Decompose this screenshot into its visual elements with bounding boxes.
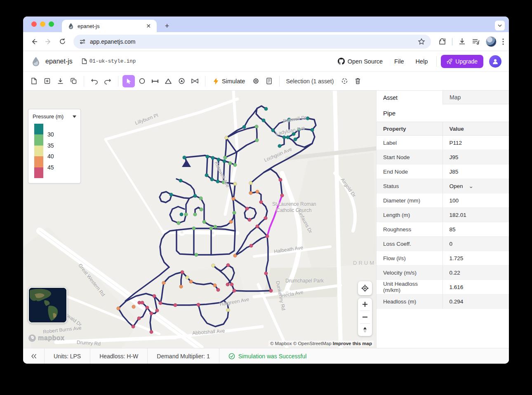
- report-button[interactable]: [263, 75, 275, 87]
- attribution-improve-link[interactable]: Improve this map: [333, 341, 372, 346]
- junction-node[interactable]: [256, 225, 259, 228]
- pipe[interactable]: [264, 120, 273, 130]
- junction-node[interactable]: [180, 213, 184, 216]
- property-value[interactable]: J95: [443, 150, 509, 165]
- junction-node[interactable]: [278, 144, 282, 148]
- pipe[interactable]: [150, 313, 151, 332]
- junction-node[interactable]: [146, 306, 149, 310]
- kebab-menu-icon[interactable]: [502, 38, 504, 45]
- junction-tool-button[interactable]: [136, 75, 148, 87]
- legend-dropdown-caret-icon[interactable]: [73, 115, 76, 118]
- junction-node[interactable]: [264, 216, 268, 220]
- attribution-mapbox[interactable]: © Mapbox: [270, 341, 292, 346]
- tab-search-button[interactable]: [495, 21, 505, 31]
- attribution-osm[interactable]: © OpenStreetMap: [293, 341, 332, 346]
- junction-node[interactable]: [216, 180, 220, 183]
- junction-node[interactable]: [223, 160, 226, 163]
- browser-profile-avatar[interactable]: [486, 36, 497, 47]
- property-value[interactable]: J85: [443, 165, 509, 179]
- junction-node[interactable]: [271, 129, 275, 132]
- pipe[interactable]: [170, 207, 186, 223]
- pipe[interactable]: [207, 157, 207, 175]
- junction-node[interactable]: [294, 138, 297, 141]
- window-controls[interactable]: [31, 21, 54, 27]
- junction-node[interactable]: [256, 190, 259, 194]
- junction-node[interactable]: [266, 235, 269, 238]
- junction-node[interactable]: [245, 207, 249, 211]
- junction-node[interactable]: [226, 283, 230, 287]
- junction-node[interactable]: [286, 136, 290, 139]
- bookmark-star-icon[interactable]: [418, 38, 425, 45]
- reservoir-marker[interactable]: [182, 160, 191, 167]
- url-bar[interactable]: app.epanetjs.com: [73, 35, 431, 49]
- junction-node[interactable]: [141, 301, 144, 305]
- download-icon[interactable]: [458, 38, 466, 45]
- junction-node[interactable]: [311, 128, 314, 132]
- junction-node[interactable]: [282, 136, 286, 139]
- url-text[interactable]: app.epanetjs.com: [90, 38, 418, 45]
- junction-node[interactable]: [177, 221, 181, 225]
- pipe[interactable]: [160, 192, 171, 202]
- junction-node[interactable]: [155, 309, 159, 313]
- browser-tab[interactable]: epanet-js ✕: [62, 20, 157, 32]
- junction-node[interactable]: [213, 284, 217, 287]
- pipe[interactable]: [235, 239, 246, 256]
- tab-close-icon[interactable]: ✕: [144, 23, 153, 29]
- pipe[interactable]: [235, 246, 251, 256]
- pipe[interactable]: [261, 202, 267, 218]
- pipe-tool-button[interactable]: [149, 75, 161, 87]
- junction-node[interactable]: [132, 325, 135, 329]
- junction-node[interactable]: [264, 107, 268, 111]
- file-name-chip[interactable]: 01-uk-style.inp: [82, 58, 136, 64]
- property-value[interactable]: 1.616: [443, 280, 509, 294]
- pipe[interactable]: [234, 213, 235, 231]
- open-source-link[interactable]: Open Source: [333, 55, 387, 68]
- junction-node[interactable]: [179, 179, 183, 183]
- delete-selection-button[interactable]: [351, 75, 364, 87]
- junction-node[interactable]: [192, 227, 196, 230]
- junction-node[interactable]: [226, 263, 230, 267]
- junction-node[interactable]: [211, 156, 215, 160]
- junction-node[interactable]: [230, 283, 234, 287]
- junction-node[interactable]: [233, 182, 237, 186]
- map-canvas[interactable]: Lillyburn PlPuswell DrLadyloan AveLochgo…: [23, 91, 376, 348]
- junction-node[interactable]: [181, 270, 184, 274]
- junction-node[interactable]: [184, 213, 188, 216]
- junction-node[interactable]: [250, 244, 253, 248]
- junction-node[interactable]: [233, 163, 237, 167]
- mapbox-logo[interactable]: mapbox: [28, 334, 64, 342]
- pipe[interactable]: [212, 158, 213, 179]
- junction-node[interactable]: [202, 220, 206, 224]
- tank-tool-button[interactable]: [175, 75, 188, 87]
- junction-node[interactable]: [226, 308, 230, 312]
- junction-node[interactable]: [153, 294, 156, 298]
- pipe[interactable]: [280, 180, 282, 195]
- property-value[interactable]: P112: [443, 136, 509, 150]
- simulate-button[interactable]: Simulate: [209, 78, 249, 85]
- junction-node[interactable]: [248, 218, 252, 222]
- junction-node[interactable]: [162, 281, 166, 285]
- junction-node[interactable]: [225, 136, 228, 140]
- pipe[interactable]: [160, 230, 177, 267]
- pipe[interactable]: [229, 163, 230, 183]
- zoom-to-selection-button[interactable]: [338, 75, 351, 87]
- pipe[interactable]: [225, 138, 226, 158]
- reload-button[interactable]: [56, 35, 68, 48]
- junction-node[interactable]: [233, 289, 236, 293]
- property-value[interactable]: 0: [443, 237, 509, 251]
- media-playlist-icon[interactable]: [472, 38, 480, 45]
- junction-node[interactable]: [150, 330, 153, 334]
- collapse-statusbar-button[interactable]: [23, 348, 45, 364]
- junction-node[interactable]: [186, 276, 189, 280]
- pipe[interactable]: [204, 213, 234, 227]
- junction-node[interactable]: [255, 125, 259, 129]
- simulation-settings-button[interactable]: [250, 75, 262, 87]
- property-value[interactable]: 1.725: [443, 251, 509, 266]
- junction-node[interactable]: [217, 288, 220, 292]
- upgrade-button[interactable]: Upgrade: [441, 55, 483, 68]
- file-menu[interactable]: File: [390, 55, 408, 68]
- select-tool-button[interactable]: [122, 75, 135, 87]
- new-tab-button[interactable]: +: [162, 21, 172, 31]
- back-button[interactable]: [28, 35, 40, 48]
- junction-node[interactable]: [224, 156, 227, 160]
